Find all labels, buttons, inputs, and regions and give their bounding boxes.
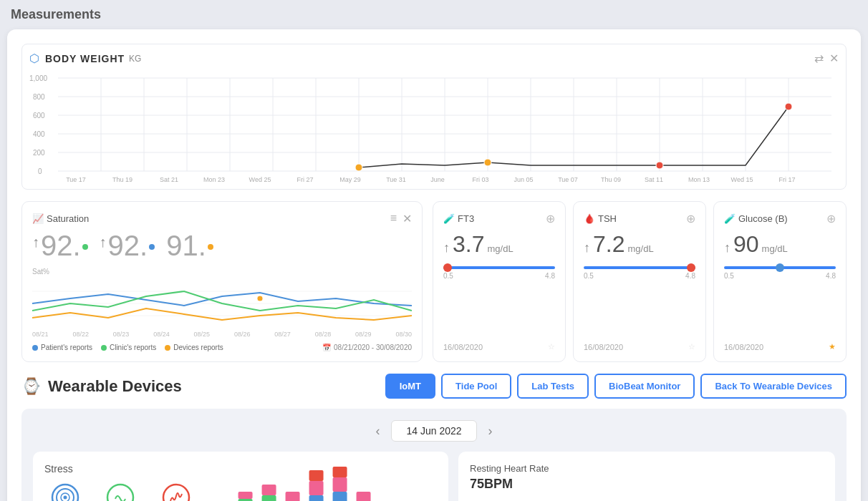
svg-rect-64: [261, 485, 276, 495]
svg-rect-62: [238, 492, 252, 499]
body-weight-unit: KG: [129, 54, 141, 64]
sat-value-2: ↑ 92.: [100, 230, 155, 262]
svg-text:June: June: [430, 176, 445, 183]
body-weight-section: ⬡ BODY WEIGHT KG ⇄ ✕ 1,000 800 600 400 2…: [21, 44, 847, 190]
stress-focus: 18 Focus Mins Avg: 40 mins: [44, 483, 86, 501]
heart-rate-card: Resting Heart Rate 75BPM: [458, 452, 835, 501]
lab-card-tsh: 🩸 TSH ⊕ ↑ 7.2 mg/dL 0.54.8: [573, 201, 706, 362]
svg-rect-71: [332, 477, 347, 492]
svg-point-31: [656, 162, 663, 169]
settings-icon[interactable]: ⇄: [814, 52, 824, 65]
glucose-star[interactable]: ★: [829, 342, 836, 351]
tab-biobeat[interactable]: BioBeat Monitor: [594, 374, 695, 399]
saturation-chart: [32, 278, 412, 329]
svg-text:Tue 31: Tue 31: [386, 176, 406, 183]
svg-point-57: [63, 496, 67, 500]
wearable-title: ⌚ Wearable Devices: [21, 377, 182, 396]
stress-bar-chart: Sun Mon Tue Wed Thu Fri Sat: [204, 463, 437, 501]
svg-point-59: [163, 485, 189, 501]
saturation-values: ↑ 92. ↑ 92. 91.: [32, 230, 412, 262]
stress-calm: 82 Calm Mins Avg: 54 mins: [100, 483, 142, 501]
tsh-title: 🩸 TSH: [584, 213, 617, 224]
svg-text:Fri 17: Fri 17: [778, 176, 795, 183]
svg-rect-66: [285, 492, 299, 501]
wearable-tabs: IoMT Tide Pool Lab Tests BioBeat Monitor…: [385, 374, 847, 399]
svg-text:0: 0: [38, 167, 42, 175]
stress-metrics: 18 Focus Mins Avg: 40 mins 82 Calm Mins: [44, 483, 197, 501]
ft3-value: ↑ 3.7 mg/dL: [443, 231, 555, 258]
svg-text:Sat 21: Sat 21: [160, 176, 178, 183]
svg-rect-68: [309, 481, 323, 495]
body-weight-header: ⬡ BODY WEIGHT KG ⇄ ✕: [29, 52, 839, 65]
svg-text:600: 600: [33, 112, 45, 120]
tab-back[interactable]: Back To Wearable Devices: [700, 374, 847, 399]
svg-rect-75: [356, 492, 370, 501]
tsh-star[interactable]: ☆: [688, 342, 695, 351]
tsh-date: 16/08/2020 ☆: [584, 342, 695, 351]
sat-close-icon[interactable]: ✕: [402, 212, 412, 225]
glucose-icon: 🧪: [724, 213, 736, 224]
close-icon[interactable]: ✕: [829, 52, 839, 65]
tsh-icon: 🩸: [584, 213, 595, 224]
svg-text:Thu 09: Thu 09: [601, 176, 621, 183]
focus-icon: [51, 483, 79, 501]
sat-axis-label: Sat%: [32, 268, 412, 276]
ft3-slider[interactable]: 0.54.8: [443, 266, 555, 280]
ft3-move-icon[interactable]: ⊕: [546, 212, 555, 225]
sat-date-range: 📅 08/21/2020 - 30/08/2020: [322, 344, 412, 351]
tsh-slider[interactable]: 0.54.8: [584, 266, 695, 280]
stress-tense: 59 Tense Mins Avg: 39 mins: [155, 483, 197, 501]
svg-text:Jun 05: Jun 05: [513, 176, 533, 183]
glucose-slider[interactable]: 0.54.8: [724, 266, 836, 280]
svg-text:Wed 25: Wed 25: [249, 176, 271, 183]
tab-iomt[interactable]: IoMT: [385, 374, 435, 399]
glucose-date: 16/08/2020 ★: [724, 342, 836, 351]
wearable-header: ⌚ Wearable Devices IoMT Tide Pool Lab Te…: [21, 374, 847, 399]
expand-icon[interactable]: ⬡: [29, 52, 39, 65]
svg-text:Sat 11: Sat 11: [645, 176, 663, 183]
calm-icon: [106, 483, 135, 501]
tense-icon: [162, 483, 191, 501]
glucose-value: ↑ 90 mg/dL: [724, 231, 836, 258]
second-row: 📈 Saturation ≡ ✕ ↑ 92. ↑ 92.: [21, 201, 847, 362]
svg-rect-67: [309, 495, 323, 501]
wearable-panel: ‹ 14 Jun 2022 › Stress: [21, 409, 847, 501]
svg-rect-70: [332, 492, 347, 501]
svg-point-29: [355, 164, 362, 171]
svg-point-30: [484, 159, 491, 166]
lab-card-glucose: 🧪 Glucose (B) ⊕ ↑ 90 mg/dL 0.54.8: [713, 201, 847, 362]
svg-rect-69: [309, 470, 323, 481]
stress-title: Stress: [44, 463, 197, 475]
wearable-icon: ⌚: [21, 377, 41, 396]
svg-text:May 29: May 29: [339, 176, 361, 183]
chart-controls: ⇄ ✕: [814, 52, 839, 65]
sat-value-1: ↑ 92.: [32, 230, 88, 262]
svg-text:1,000: 1,000: [29, 74, 47, 82]
svg-text:Wed 15: Wed 15: [731, 176, 753, 183]
saturation-card: 📈 Saturation ≡ ✕ ↑ 92. ↑ 92.: [21, 201, 423, 362]
svg-text:Thu 19: Thu 19: [112, 176, 132, 183]
date-next-btn[interactable]: ›: [488, 424, 493, 439]
svg-rect-72: [332, 467, 347, 477]
sat-menu-icon[interactable]: ≡: [390, 212, 397, 225]
saturation-icon: 📈: [32, 213, 44, 224]
ft3-star[interactable]: ☆: [548, 342, 555, 351]
body-weight-title: BODY WEIGHT: [45, 53, 125, 64]
hr-title: Resting Heart Rate: [470, 463, 824, 474]
glucose-move-icon[interactable]: ⊕: [826, 212, 836, 225]
stress-card: Stress 18 Focus Mins A: [33, 452, 448, 501]
tab-tidepool[interactable]: Tide Pool: [441, 374, 511, 399]
svg-text:Mon 13: Mon 13: [688, 176, 710, 183]
ft3-icon: 🧪: [443, 213, 455, 224]
tsh-move-icon[interactable]: ⊕: [686, 212, 695, 225]
svg-text:Fri 03: Fri 03: [472, 176, 488, 183]
tab-labtests[interactable]: Lab Tests: [517, 374, 589, 399]
glucose-title: 🧪 Glucose (B): [724, 213, 788, 224]
date-prev-btn[interactable]: ‹: [375, 424, 380, 439]
sat-legend: Patient's reports Clinic's reports Devic…: [32, 344, 223, 351]
ft3-title: 🧪 FT3: [443, 213, 474, 224]
svg-text:Tue 07: Tue 07: [558, 176, 578, 183]
wearable-content: Stress 18 Focus Mins A: [33, 452, 835, 501]
page-title: Measurements: [7, 7, 861, 22]
svg-text:Tue 17: Tue 17: [66, 176, 86, 183]
